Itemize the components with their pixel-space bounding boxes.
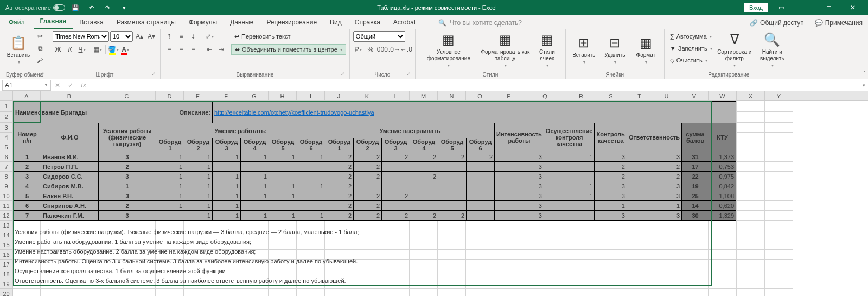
cell[interactable] [13, 289, 41, 296]
tab-вставка[interactable]: Вставка [73, 16, 110, 29]
cell[interactable] [765, 101, 793, 112]
cell[interactable] [410, 279, 438, 289]
cancel-formula-icon[interactable]: ✕ [51, 80, 64, 91]
cell[interactable] [737, 181, 765, 191]
comments-button[interactable]: 💬Примечания [809, 17, 868, 29]
cell[interactable] [626, 240, 653, 250]
cell[interactable] [596, 260, 626, 269]
cell[interactable] [765, 269, 793, 279]
increase-decimal-icon[interactable]: .0→ [389, 44, 400, 55]
cell[interactable] [466, 269, 494, 279]
cell[interactable] [566, 279, 596, 289]
cell[interactable] [680, 230, 709, 240]
autosum-button[interactable]: ∑Автосумма▾ [668, 31, 714, 42]
cell[interactable] [297, 289, 325, 296]
cell[interactable] [381, 250, 410, 260]
column-header[interactable]: I [297, 91, 325, 100]
copy-icon[interactable]: ⧉ [35, 43, 46, 54]
cell[interactable] [737, 201, 765, 211]
share-button[interactable]: 🔗Общий доступ [744, 17, 809, 29]
cell[interactable] [680, 240, 709, 250]
column-header[interactable]: H [269, 91, 297, 100]
percent-icon[interactable]: % [365, 44, 376, 55]
merge-center-button[interactable]: ⬌Объединить и поместить в центре▾ [231, 44, 346, 55]
cell[interactable] [466, 289, 494, 296]
cell[interactable] [653, 230, 680, 240]
cell[interactable] [765, 260, 793, 269]
cell[interactable] [438, 221, 466, 230]
cell[interactable] [653, 269, 680, 279]
cell[interactable] [709, 230, 737, 240]
cell[interactable] [765, 133, 793, 142]
align-bottom-icon[interactable]: ⇣ [188, 31, 199, 42]
formula-input[interactable] [90, 80, 859, 91]
cell[interactable] [709, 260, 737, 269]
tab-формулы[interactable]: Формулы [182, 16, 224, 29]
column-header[interactable]: M [410, 91, 438, 100]
cell[interactable] [325, 289, 353, 296]
cell[interactable] [737, 221, 765, 230]
minimize-icon[interactable]: ― [794, 0, 816, 15]
tab-справка[interactable]: Справка [348, 16, 387, 29]
cell[interactable] [438, 260, 466, 269]
collapse-ribbon-icon[interactable]: ˄ [863, 71, 866, 77]
cell[interactable] [737, 211, 765, 221]
cell[interactable] [626, 260, 653, 269]
row-header[interactable]: 6 [0, 152, 13, 162]
cell[interactable] [596, 269, 626, 279]
tab-рецензирование[interactable]: Рецензирование [260, 16, 323, 29]
cell[interactable] [709, 240, 737, 250]
column-header[interactable]: L [381, 91, 410, 100]
maximize-icon[interactable]: ◻ [818, 0, 840, 15]
cell[interactable] [438, 269, 466, 279]
column-header[interactable]: S [596, 91, 626, 100]
wrap-text-button[interactable]: ↩Переносить текст [231, 31, 346, 42]
tab-acrobat[interactable]: Acrobat [387, 16, 422, 29]
comma-icon[interactable]: 000 [377, 44, 388, 55]
cell[interactable] [596, 230, 626, 240]
column-header[interactable]: O [466, 91, 494, 100]
row-header[interactable]: 16 [0, 250, 13, 260]
cell[interactable] [737, 123, 765, 133]
decrease-font-icon[interactable]: A▾ [146, 31, 157, 42]
cell[interactable] [680, 260, 709, 269]
cell[interactable] [737, 112, 765, 123]
dialog-launcher-icon[interactable]: ⤢ [340, 71, 346, 78]
row-header[interactable]: 13 [0, 221, 13, 230]
cell[interactable] [596, 279, 626, 289]
column-header[interactable]: Y [765, 91, 793, 100]
cell[interactable] [410, 289, 438, 296]
cell[interactable] [438, 279, 466, 289]
column-header[interactable]: W [709, 91, 737, 100]
cell[interactable] [680, 221, 709, 230]
cell[interactable] [524, 250, 566, 260]
row-header[interactable]: 7 [0, 162, 13, 172]
cell[interactable] [524, 279, 566, 289]
cell[interactable] [41, 289, 98, 296]
cell[interactable] [737, 260, 765, 269]
cell[interactable] [680, 289, 709, 296]
cell[interactable] [524, 240, 566, 250]
cell[interactable] [156, 289, 184, 296]
cell[interactable] [98, 289, 156, 296]
cell[interactable] [596, 289, 626, 296]
cell[interactable] [494, 230, 524, 240]
cell[interactable] [240, 289, 269, 296]
column-header[interactable]: Q [524, 91, 566, 100]
name-box[interactable]: A1▼ [2, 80, 51, 91]
orientation-icon[interactable]: ⤢▾ [204, 31, 215, 42]
column-header[interactable]: P [494, 91, 524, 100]
cell[interactable] [653, 289, 680, 296]
cell[interactable] [269, 289, 297, 296]
cell[interactable] [494, 279, 524, 289]
increase-font-icon[interactable]: A▴ [134, 31, 145, 42]
cell[interactable] [737, 142, 765, 152]
cell[interactable] [737, 191, 765, 201]
conditional-formatting-button[interactable]: ▦Условное форматирование▾ [419, 31, 478, 69]
row-header[interactable]: 9 [0, 181, 13, 191]
tab-главная[interactable]: Главная [34, 15, 73, 29]
fill-color-icon[interactable]: 🪣▾ [108, 44, 119, 55]
decrease-decimal-icon[interactable]: ←.0 [401, 44, 412, 55]
tab-вид[interactable]: Вид [323, 16, 348, 29]
align-left-icon[interactable]: ≡ [164, 44, 175, 55]
